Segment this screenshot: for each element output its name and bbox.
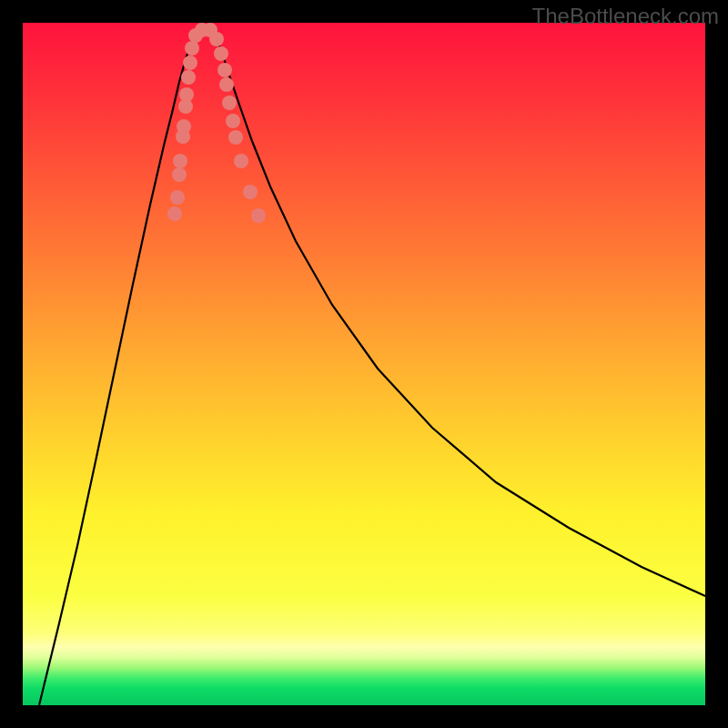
watermark-text: TheBottleneck.com — [532, 4, 719, 29]
chart-frame — [0, 0, 728, 728]
